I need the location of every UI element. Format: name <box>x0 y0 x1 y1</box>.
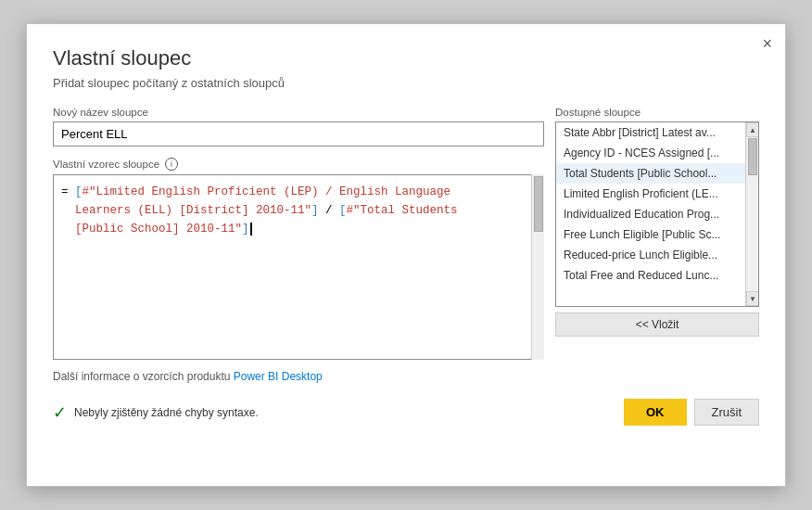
main-area: Nový název sloupce Vlastní vzorec sloupc… <box>53 107 759 384</box>
columns-list: State Abbr [District] Latest av...Agency… <box>555 121 759 307</box>
list-item[interactable]: Agency ID - NCES Assigned [... <box>556 143 745 163</box>
learn-more-area: Další informace o vzorcích produktu Powe… <box>53 367 544 384</box>
formula-scroll-thumb <box>534 176 543 232</box>
list-item[interactable]: Total Students [Public School... <box>556 163 745 184</box>
column-name-label: Nový název sloupce <box>53 107 544 118</box>
columns-scrollbar[interactable]: ▲ ▼ <box>745 122 758 306</box>
list-item[interactable]: Reduced-price Lunch Eligible... <box>556 245 745 265</box>
list-item[interactable]: Limited English Proficient (LE... <box>556 184 745 204</box>
formula-label: Vlastní vzorec sloupce <box>53 159 159 170</box>
column-name-input[interactable] <box>53 121 544 147</box>
buttons-area: OK Zrušit <box>624 399 759 426</box>
list-item[interactable]: State Abbr [District] Latest av... <box>556 122 745 143</box>
scroll-down-button[interactable]: ▼ <box>746 291 759 306</box>
formula-area-wrapper: = [#"Limited English Proficient (LEP) / … <box>53 174 544 360</box>
dialog-subtitle: Přidat sloupec počítaný z ostatních slou… <box>53 76 759 90</box>
learn-more-text: Další informace o vzorcích produktu <box>53 370 234 383</box>
learn-more-link[interactable]: Power BI Desktop <box>234 370 323 383</box>
right-panel: Dostupné sloupce State Abbr [District] L… <box>555 107 759 384</box>
formula-scrollbar[interactable] <box>531 174 544 360</box>
list-item[interactable]: Total Free and Reduced Lunc... <box>556 265 745 286</box>
insert-button[interactable]: << Vložit <box>555 312 759 337</box>
scroll-up-button[interactable]: ▲ <box>746 122 759 137</box>
col-items-container: State Abbr [District] Latest av...Agency… <box>556 122 758 286</box>
info-icon: i <box>165 158 178 171</box>
custom-column-dialog: × Vlastní sloupec Přidat sloupec počítan… <box>26 23 786 487</box>
scroll-track <box>746 137 758 291</box>
status-area: ✓ Nebyly zjištěny žádné chyby syntaxe. <box>53 402 259 423</box>
scroll-thumb <box>748 138 757 175</box>
cancel-button[interactable]: Zrušit <box>694 399 760 426</box>
left-panel: Nový název sloupce Vlastní vzorec sloupc… <box>53 107 544 384</box>
footer: ✓ Nebyly zjištěny žádné chyby syntaxe. O… <box>53 399 759 426</box>
close-button[interactable]: × <box>762 35 772 52</box>
dialog-title: Vlastní sloupec <box>53 46 759 70</box>
ok-button[interactable]: OK <box>624 399 687 426</box>
list-item[interactable]: Individualized Education Prog... <box>556 204 745 224</box>
formula-label-row: Vlastní vzorec sloupce i <box>53 158 544 171</box>
check-icon: ✓ <box>53 402 67 423</box>
available-columns-label: Dostupné sloupce <box>555 107 759 118</box>
formula-display[interactable]: = [#"Limited English Proficient (LEP) / … <box>53 174 544 360</box>
status-text: Nebyly zjištěny žádné chyby syntaxe. <box>74 406 259 419</box>
list-item[interactable]: Free Lunch Eligible [Public Sc... <box>556 224 745 245</box>
